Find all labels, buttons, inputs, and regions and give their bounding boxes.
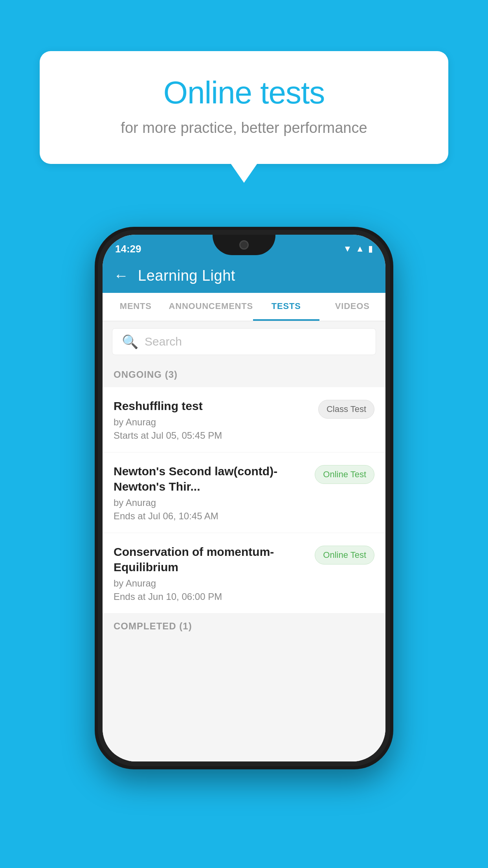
test-item[interactable]: Newton's Second law(contd)-Newton's Thir… [103,452,385,533]
test-info: Newton's Second law(contd)-Newton's Thir… [114,463,308,522]
phone-screen: 14:29 ▼ ▲ ▮ ← Learning Light MENTS [103,235,385,761]
test-author: by Anurag [114,417,312,428]
test-badge-online: Online Test [315,465,374,484]
test-author: by Anurag [114,578,308,589]
tab-videos[interactable]: VIDEOS [319,293,385,321]
phone-notch [213,235,275,255]
test-item[interactable]: Conservation of momentum-Equilibrium by … [103,533,385,614]
wifi-icon: ▼ [343,244,352,254]
test-name: Newton's Second law(contd)-Newton's Thir… [114,463,308,494]
phone-inner: 14:29 ▼ ▲ ▮ ← Learning Light MENTS [98,230,390,766]
test-date: Starts at Jul 05, 05:45 PM [114,430,312,441]
test-name: Reshuffling test [114,398,312,414]
back-button[interactable]: ← [114,267,128,284]
speech-bubble: Online tests for more practice, better p… [40,51,448,164]
phone-wrapper: 14:29 ▼ ▲ ▮ ← Learning Light MENTS [0,227,488,793]
screen-content: 🔍 Search ONGOING (3) Reshuffling test by… [103,321,385,761]
phone-mockup: 14:29 ▼ ▲ ▮ ← Learning Light MENTS [95,227,393,769]
test-info: Conservation of momentum-Equilibrium by … [114,544,308,602]
search-placeholder: Search [145,335,182,348]
signal-icon: ▲ [356,244,364,254]
app-bar: ← Learning Light [103,258,385,293]
hero-subtitle: for more practice, better performance [71,120,417,136]
hero-section: Online tests for more practice, better p… [0,0,488,195]
test-info: Reshuffling test by Anurag Starts at Jul… [114,398,312,441]
tab-announcements[interactable]: ANNOUNCEMENTS [169,293,253,321]
completed-section-header: COMPLETED (1) [103,614,385,639]
search-container: 🔍 Search [103,321,385,362]
app-bar-title: Learning Light [138,267,235,284]
test-badge-online: Online Test [315,546,374,565]
status-icons: ▼ ▲ ▮ [343,241,373,254]
test-name: Conservation of momentum-Equilibrium [114,544,308,575]
search-icon: 🔍 [122,334,138,349]
tabs-bar: MENTS ANNOUNCEMENTS TESTS VIDEOS [103,293,385,321]
hero-title: Online tests [71,75,417,111]
test-date: Ends at Jun 10, 06:00 PM [114,591,308,602]
tab-ments[interactable]: MENTS [103,293,169,321]
front-camera [239,240,249,250]
search-box[interactable]: 🔍 Search [112,328,376,355]
test-badge-class: Class Test [318,400,374,419]
tab-tests[interactable]: TESTS [253,293,319,321]
test-author: by Anurag [114,497,308,508]
battery-icon: ▮ [368,244,373,254]
test-date: Ends at Jul 06, 10:45 AM [114,511,308,522]
test-list: Reshuffling test by Anurag Starts at Jul… [103,387,385,614]
test-item[interactable]: Reshuffling test by Anurag Starts at Jul… [103,387,385,452]
status-time: 14:29 [115,240,141,255]
ongoing-section-header: ONGOING (3) [103,362,385,387]
